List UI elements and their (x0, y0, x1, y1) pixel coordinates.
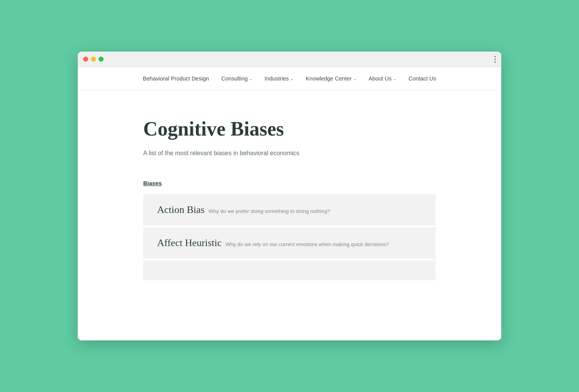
nav-item-contact-us[interactable]: Contact Us (408, 75, 436, 82)
bias-item-partial (143, 260, 436, 280)
nav-label: Consulting (221, 75, 248, 82)
browser-window: Behavioral Product Design Consulting ⌄ I… (78, 52, 501, 340)
menu-dot (494, 59, 496, 60)
minimize-button[interactable] (91, 57, 96, 62)
nav-item-behavioral-product-design[interactable]: Behavioral Product Design (143, 75, 209, 82)
close-button[interactable] (83, 57, 88, 62)
browser-content: Behavioral Product Design Consulting ⌄ I… (78, 67, 501, 340)
main-content: Cognitive Biases A list of the most rele… (78, 90, 501, 305)
page-subtitle: A list of the most relevant biases in be… (143, 150, 436, 157)
chevron-down-icon: ⌄ (393, 77, 396, 81)
bias-name: Action Bias (157, 204, 205, 216)
bias-item-affect-heuristic[interactable]: Affect Heuristic Why do we rely on our c… (143, 227, 436, 259)
bias-description: Why do we rely on our current emotions w… (226, 241, 389, 247)
biases-section: Biases Action Bias Why do we prefer doin… (143, 180, 436, 282)
nav-label: About Us (369, 75, 392, 82)
nav-item-industries[interactable]: Industries ⌄ (264, 75, 293, 82)
nav-label: Behavioral Product Design (143, 75, 209, 82)
bias-name: Affect Heuristic (157, 237, 222, 249)
nav-item-consulting[interactable]: Consulting ⌄ (221, 75, 253, 82)
browser-menu-button[interactable] (494, 56, 496, 63)
menu-dot (494, 61, 496, 63)
chevron-down-icon: ⌄ (249, 77, 252, 81)
nav-label: Contact Us (408, 75, 436, 82)
traffic-lights (83, 57, 104, 62)
nav-label: Industries (264, 75, 289, 82)
bias-list: Action Bias Why do we prefer doing somet… (143, 194, 436, 282)
chevron-down-icon: ⌄ (290, 77, 293, 81)
chevron-down-icon: ⌄ (353, 77, 356, 81)
nav-item-knowledge-center[interactable]: Knowledge Center ⌄ (306, 75, 356, 82)
browser-titlebar (78, 52, 501, 67)
bias-item-action-bias[interactable]: Action Bias Why do we prefer doing somet… (143, 194, 436, 226)
nav-label: Knowledge Center (306, 75, 351, 82)
biases-section-label: Biases (143, 180, 436, 186)
bias-description: Why do we prefer doing something to doin… (209, 208, 330, 214)
nav-item-about-us[interactable]: About Us ⌄ (369, 75, 397, 82)
maximize-button[interactable] (99, 57, 104, 62)
menu-dot (494, 56, 496, 57)
main-nav: Behavioral Product Design Consulting ⌄ I… (78, 67, 501, 90)
page-title: Cognitive Biases (143, 117, 436, 141)
